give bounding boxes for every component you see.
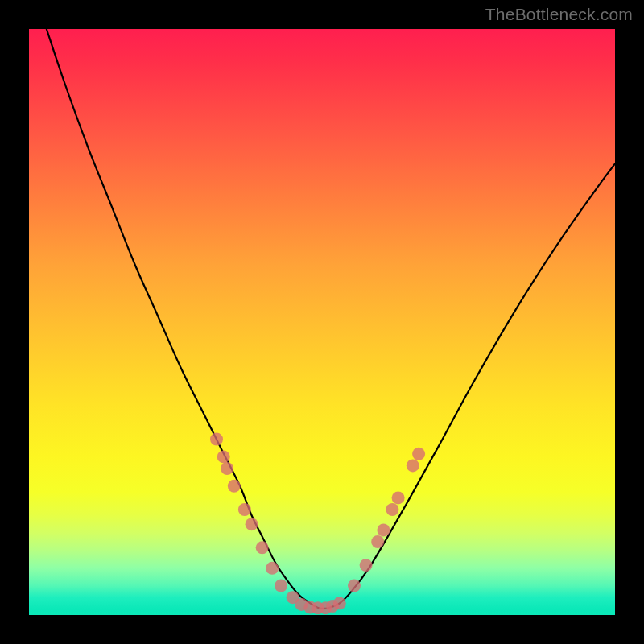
reference-dot <box>238 503 251 516</box>
reference-dot <box>386 503 398 516</box>
chart-frame: TheBottleneck.com <box>0 0 644 644</box>
bottleneck-curve <box>47 29 615 609</box>
reference-dot <box>217 450 230 463</box>
chart-svg <box>29 29 615 615</box>
reference-dot <box>221 462 233 475</box>
reference-dot <box>210 433 223 446</box>
reference-dots <box>210 433 425 615</box>
reference-dot <box>266 562 279 575</box>
watermark-text: TheBottleneck.com <box>485 5 633 24</box>
reference-dot <box>333 597 346 609</box>
reference-dot <box>371 535 384 548</box>
reference-dot <box>348 580 361 592</box>
reference-dot <box>246 518 258 530</box>
reference-dot <box>407 459 419 472</box>
reference-dot <box>392 491 405 504</box>
reference-dot <box>377 523 390 536</box>
reference-dot <box>360 559 373 572</box>
reference-dot <box>412 448 425 460</box>
reference-dot <box>256 541 269 554</box>
reference-dot <box>228 480 241 493</box>
reference-dot <box>275 580 287 592</box>
